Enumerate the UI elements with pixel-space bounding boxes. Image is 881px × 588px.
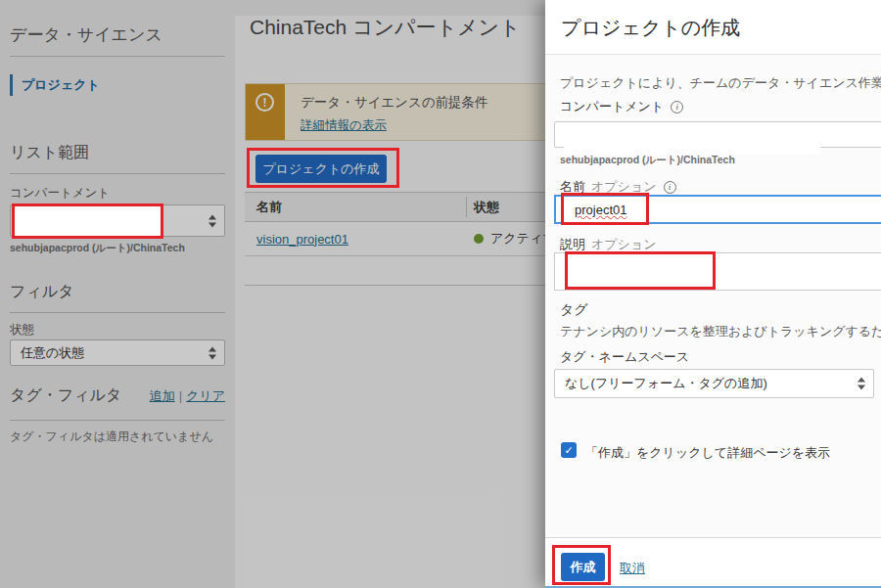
info-icon[interactable]: i bbox=[671, 101, 683, 113]
create-project-panel: プロジェクトの作成 プロジェクトにより、チームのデータ・サイエンス作業を整理 コ… bbox=[545, 0, 881, 588]
panel-intro-text: プロジェクトにより、チームのデータ・サイエンス作業を整理 bbox=[560, 74, 881, 92]
tag-namespace-select[interactable]: なし(フリーフォーム・タグの追加) bbox=[554, 369, 874, 398]
panel-compartment-label: コンパートメント i bbox=[560, 98, 683, 115]
panel-title: プロジェクトの作成 bbox=[561, 15, 740, 41]
annotation-box-create-button bbox=[552, 545, 611, 585]
checkmark-icon: ✓ bbox=[564, 444, 573, 457]
tag-namespace-label: タグ・ネームスペース bbox=[560, 348, 689, 366]
tag-namespace-select-value: なし(フリーフォーム・タグの追加) bbox=[565, 375, 767, 392]
show-detail-page-checkbox-label: 「作成」をクリックして詳細ページを表示 bbox=[585, 444, 830, 462]
panel-compartment-helper: sehubjapacprod (ルート)/ChinaTech bbox=[560, 154, 735, 167]
redaction-box bbox=[564, 123, 820, 155]
panel-header: プロジェクトの作成 bbox=[545, 0, 881, 55]
info-icon[interactable]: i bbox=[664, 181, 676, 194]
annotation-box-compartment bbox=[12, 204, 163, 239]
annotation-box-name-input bbox=[561, 193, 649, 225]
tags-description: テナンシ内のリソースを整理およびトラッキングするためのタ bbox=[560, 323, 881, 340]
annotation-box-create-project-button bbox=[247, 148, 399, 188]
screen: データ・サイエンス プロジェクト リスト範囲 コンパートメント sehubjap… bbox=[0, 0, 881, 588]
show-detail-page-checkbox[interactable]: ✓ bbox=[561, 442, 577, 458]
chevron-updown-icon bbox=[858, 378, 865, 390]
tag-namespace-label-text: タグ・ネームスペース bbox=[560, 348, 689, 366]
annotation-box-description-input bbox=[565, 251, 716, 290]
cancel-link[interactable]: 取消 bbox=[620, 560, 645, 577]
panel-compartment-label-text: コンパートメント bbox=[560, 98, 664, 115]
tags-heading: タグ bbox=[560, 301, 588, 319]
